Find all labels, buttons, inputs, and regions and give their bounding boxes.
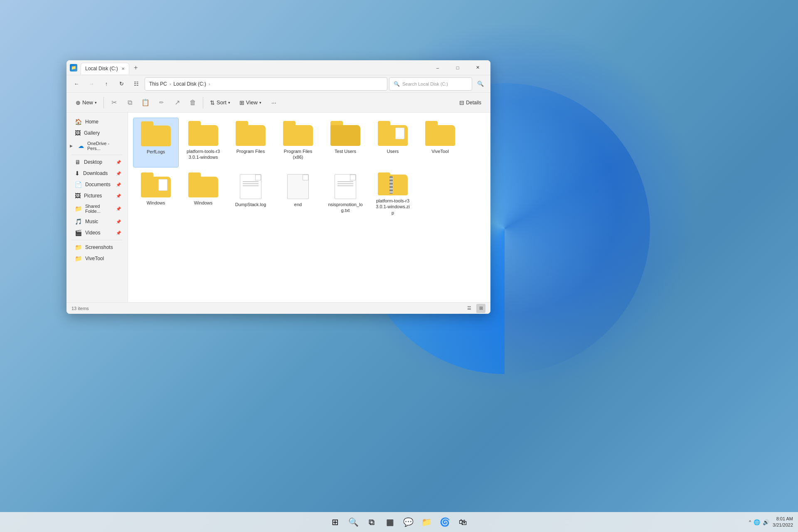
sidebar-shared-label: Shared Folde...: [85, 204, 113, 214]
volume-icon[interactable]: 🔊: [763, 519, 769, 525]
edge-button[interactable]: 🌀: [436, 514, 453, 530]
file-item-end[interactable]: end: [275, 169, 321, 219]
clock[interactable]: 8:01 AM 3/21/2022: [773, 516, 793, 529]
sidebar-videos-label: Videos: [85, 230, 113, 236]
status-bar-right: ☰ ⊞: [465, 304, 485, 313]
view-button[interactable]: ⊞ View ▾: [235, 95, 266, 110]
file-item-dumpstack[interactable]: DumpStack.log: [228, 169, 273, 219]
start-button[interactable]: ⊞: [327, 514, 343, 530]
pin-icon-pictures: 📌: [116, 194, 121, 198]
new-icon: ⊕: [76, 99, 81, 106]
sidebar-divider-1: [71, 155, 123, 155]
vivetool-sidebar-icon: 📁: [75, 255, 82, 262]
minimize-button[interactable]: –: [428, 61, 447, 74]
file-item-nsispromotion[interactable]: nsispromotion_log.txt: [323, 169, 368, 219]
onedrive-icon: ☁: [78, 143, 84, 149]
file-item-perflogs[interactable]: PerfLogs: [133, 118, 179, 167]
sidebar-item-downloads[interactable]: ⬇ Downloads 📌: [68, 168, 126, 179]
file-name-test-users: Test Users: [335, 148, 356, 154]
file-item-platform-tools[interactable]: platform-tools-r33.0.1-windows: [180, 118, 226, 167]
sidebar-item-home[interactable]: 🏠 Home: [68, 116, 126, 127]
network-icon[interactable]: 🌐: [754, 519, 760, 525]
folder-icon-users: [378, 121, 408, 146]
search-placeholder: Search Local Disk (C:): [402, 81, 448, 86]
file-item-program-files-x86[interactable]: Program Files(x86): [275, 118, 321, 167]
view-mode-button[interactable]: ☷: [130, 77, 143, 91]
sidebar-item-documents[interactable]: 📄 Documents 📌: [68, 179, 126, 190]
file-item-windows2[interactable]: Windows: [180, 169, 226, 219]
taskbar-right: ^ 🌐 🔊 8:01 AM 3/21/2022: [749, 512, 793, 532]
documents-icon: 📄: [75, 181, 82, 188]
pictures-icon: 🖼: [75, 192, 81, 199]
folder-icon-program-files-x86: [283, 121, 313, 146]
file-item-program-files[interactable]: Program Files: [228, 118, 273, 167]
breadcrumb-localdisk[interactable]: Local Disk (C:): [173, 81, 206, 87]
file-item-users[interactable]: Users: [370, 118, 416, 167]
folder-icon-windows2: [188, 172, 218, 197]
breadcrumb-sep1: ›: [170, 81, 171, 86]
grid-view-button[interactable]: ⊞: [476, 304, 485, 313]
zip-icon-platform: [378, 172, 408, 195]
desktop-icon: 🖥: [75, 159, 81, 165]
forward-button[interactable]: →: [85, 77, 98, 91]
chevron-icon[interactable]: ^: [749, 520, 751, 525]
refresh-button[interactable]: ↻: [115, 77, 128, 91]
back-button[interactable]: ←: [70, 77, 83, 91]
search-bar[interactable]: 🔍 Search Local Disk (C:): [389, 77, 472, 91]
paste-button[interactable]: 📋: [138, 95, 153, 110]
file-grid: PerfLogs platform-tools-r33.0.1-windows …: [128, 113, 490, 302]
sort-icon: ⇅: [210, 99, 215, 106]
search-taskbar-button[interactable]: 🔍: [345, 514, 362, 530]
task-view-button[interactable]: ⧉: [363, 514, 380, 530]
sidebar-item-videos[interactable]: 🎬 Videos 📌: [68, 227, 126, 238]
status-bar: 13 items ☰ ⊞: [66, 302, 490, 314]
copy-button[interactable]: ⧉: [122, 95, 137, 110]
details-button[interactable]: ⊟ Details: [455, 95, 485, 110]
share-button[interactable]: ↗: [170, 95, 185, 110]
sidebar-item-gallery[interactable]: 🖼 Gallery: [68, 128, 126, 138]
sidebar-item-music[interactable]: 🎵 Music 📌: [68, 216, 126, 227]
maximize-button[interactable]: □: [448, 61, 467, 74]
new-button[interactable]: ⊕ New ▾: [71, 95, 101, 110]
rename-button[interactable]: ✏: [154, 95, 169, 110]
file-item-windows-folder[interactable]: Windows: [133, 169, 179, 219]
up-button[interactable]: ↑: [100, 77, 113, 91]
sidebar-item-vivetool[interactable]: 📁 ViveTool: [68, 253, 126, 264]
close-button[interactable]: ✕: [468, 61, 487, 74]
cut-button[interactable]: ✂: [106, 95, 121, 110]
search-button[interactable]: 🔍: [474, 77, 487, 91]
file-name-end: end: [294, 202, 302, 207]
store-button[interactable]: 🛍: [455, 514, 471, 530]
file-item-platform-zip[interactable]: platform-tools-r33.0.1-windows.zip: [370, 169, 416, 219]
delete-button[interactable]: 🗑: [185, 95, 200, 110]
file-item-vivetool[interactable]: ViveTool: [417, 118, 463, 167]
sidebar-item-onedrive[interactable]: ▶ ☁ OneDrive - Pers...: [68, 139, 126, 153]
search-icon: 🔍: [394, 81, 400, 87]
screenshots-icon: 📁: [75, 244, 82, 251]
file-item-test-users[interactable]: Test Users: [323, 118, 368, 167]
chat-button[interactable]: 💬: [400, 514, 416, 530]
breadcrumb-thispc[interactable]: This PC: [149, 81, 167, 87]
sort-button[interactable]: ⇅ Sort ▾: [206, 95, 234, 110]
file-name-platform-tools: platform-tools-r33.0.1-windows: [187, 148, 220, 160]
more-button[interactable]: ···: [266, 95, 281, 110]
add-tab-button[interactable]: +: [131, 63, 141, 73]
list-view-button[interactable]: ☰: [465, 304, 474, 313]
address-bar[interactable]: This PC › Local Disk (C:) ›: [145, 77, 387, 91]
widgets-button[interactable]: ▦: [382, 514, 398, 530]
file-explorer-taskbar[interactable]: 📁: [418, 514, 435, 530]
time-display: 8:01 AM: [773, 516, 793, 522]
sidebar-screenshots-label: Screenshots: [85, 244, 121, 250]
toolbar: ⊕ New ▾ ✂ ⧉ 📋 ✏ ↗ 🗑 ⇅ Sort ▾ ⊞ View ▾ ··…: [66, 93, 490, 113]
sidebar-desktop-label: Desktop: [84, 159, 113, 165]
sidebar-home-label: Home: [85, 119, 121, 125]
sort-label: Sort: [217, 99, 227, 106]
breadcrumb-sep2: ›: [209, 81, 210, 86]
sidebar-item-desktop[interactable]: 🖥 Desktop 📌: [68, 157, 126, 167]
sidebar-item-screenshots[interactable]: 📁 Screenshots: [68, 242, 126, 253]
tab-close-button[interactable]: ✕: [121, 66, 125, 71]
sidebar-item-shared[interactable]: 📁 Shared Folde... 📌: [68, 202, 126, 216]
nav-bar: ← → ↑ ↻ ☷ This PC › Local Disk (C:) › 🔍 …: [66, 75, 490, 93]
sidebar-item-pictures[interactable]: 🖼 Pictures 📌: [68, 190, 126, 201]
tab-local-disk[interactable]: Local Disk (C:) ✕: [81, 63, 129, 74]
